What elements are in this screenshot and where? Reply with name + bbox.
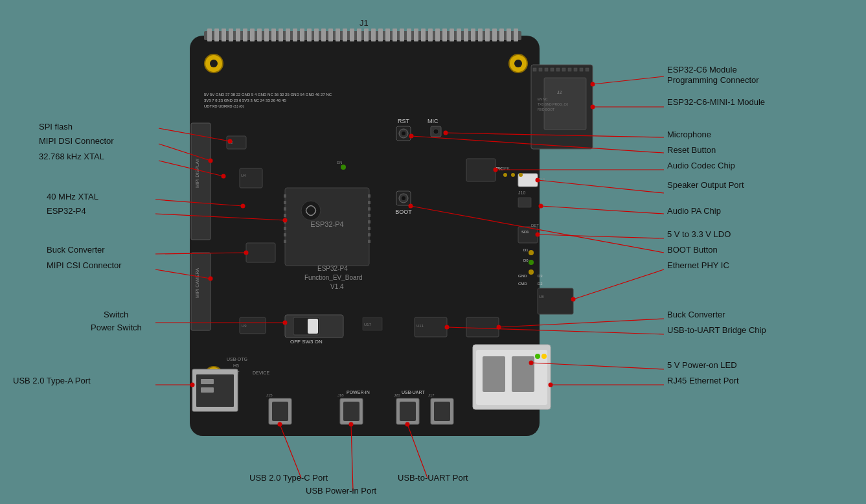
svg-line-221 bbox=[447, 327, 664, 334]
svg-rect-153 bbox=[340, 398, 363, 424]
svg-text:J17: J17 bbox=[428, 393, 435, 397]
svg-point-218 bbox=[571, 297, 576, 302]
svg-text:J1: J1 bbox=[359, 18, 369, 28]
svg-rect-134 bbox=[227, 136, 246, 149]
label-buck-conv-right: Buck Converter bbox=[667, 310, 725, 319]
svg-rect-39 bbox=[471, 29, 475, 41]
svg-point-57 bbox=[488, 372, 496, 380]
svg-rect-4 bbox=[222, 29, 226, 41]
svg-line-231 bbox=[407, 424, 427, 478]
svg-rect-17 bbox=[314, 29, 319, 41]
svg-line-199 bbox=[593, 76, 664, 84]
svg-text:D0: D0 bbox=[523, 258, 529, 262]
svg-rect-14 bbox=[293, 29, 297, 41]
svg-point-112 bbox=[529, 250, 534, 255]
svg-text:D1: D1 bbox=[523, 248, 529, 252]
svg-rect-34 bbox=[435, 29, 440, 41]
label-speaker-out-1: Speaker Output Port bbox=[667, 180, 744, 190]
svg-rect-67 bbox=[284, 220, 286, 223]
svg-rect-171 bbox=[415, 317, 447, 337]
svg-rect-147 bbox=[196, 374, 234, 407]
svg-rect-101 bbox=[568, 68, 571, 71]
svg-text:J18: J18 bbox=[337, 393, 344, 397]
svg-text:SD1: SD1 bbox=[521, 230, 529, 234]
svg-text:CMD: CMD bbox=[518, 282, 527, 286]
svg-text:RXD BOOT: RXD BOOT bbox=[538, 108, 554, 111]
svg-line-219 bbox=[499, 319, 664, 327]
svg-point-114 bbox=[529, 269, 534, 275]
svg-point-50 bbox=[205, 54, 223, 73]
svg-rect-157 bbox=[400, 402, 416, 421]
svg-rect-160 bbox=[434, 402, 450, 421]
svg-rect-60 bbox=[191, 253, 211, 330]
svg-rect-21 bbox=[343, 29, 347, 41]
svg-rect-166 bbox=[483, 356, 505, 392]
label-esp32-c6-prog-1: ESP32-C6 Module bbox=[667, 65, 737, 74]
svg-rect-69 bbox=[284, 233, 286, 236]
svg-rect-7 bbox=[243, 29, 247, 41]
svg-point-190 bbox=[283, 218, 288, 223]
svg-rect-131 bbox=[246, 243, 275, 262]
svg-text:MIPI CAMERA: MIPI CAMERA bbox=[195, 268, 199, 298]
svg-rect-73 bbox=[368, 207, 370, 211]
svg-text:J20: J20 bbox=[394, 393, 400, 397]
label-reset-button: Reset Button bbox=[667, 145, 716, 155]
svg-text:U9: U9 bbox=[242, 324, 247, 328]
svg-point-175 bbox=[341, 165, 346, 170]
svg-text:D2: D2 bbox=[538, 282, 543, 286]
svg-rect-41 bbox=[485, 29, 490, 41]
svg-rect-12 bbox=[279, 29, 283, 41]
svg-text:J10: J10 bbox=[518, 190, 525, 195]
svg-rect-9 bbox=[257, 29, 262, 41]
svg-rect-18 bbox=[321, 29, 326, 41]
svg-text:USB-OTG: USB-OTG bbox=[227, 357, 247, 361]
svg-rect-136 bbox=[240, 317, 266, 334]
svg-text:SFK: SFK bbox=[502, 166, 510, 170]
label-ldo: 5 V to 3.3 V LDO bbox=[667, 229, 731, 239]
svg-line-183 bbox=[159, 144, 211, 161]
svg-text:D3: D3 bbox=[538, 274, 543, 278]
svg-point-228 bbox=[278, 422, 282, 427]
svg-text:ESP32-P4: ESP32-P4 bbox=[317, 265, 348, 272]
svg-line-223 bbox=[531, 363, 664, 369]
svg-point-214 bbox=[536, 233, 540, 237]
svg-rect-58 bbox=[191, 123, 211, 240]
svg-rect-3 bbox=[214, 29, 219, 41]
svg-point-55 bbox=[210, 372, 218, 380]
svg-rect-19 bbox=[328, 29, 333, 41]
svg-rect-128 bbox=[518, 198, 531, 207]
svg-point-126 bbox=[519, 173, 523, 177]
svg-rect-63 bbox=[284, 194, 286, 198]
svg-text:MIC: MIC bbox=[427, 118, 439, 124]
svg-rect-146 bbox=[192, 369, 238, 411]
svg-rect-103 bbox=[580, 68, 583, 71]
svg-text:H5: H5 bbox=[233, 363, 239, 368]
svg-line-181 bbox=[159, 128, 230, 141]
svg-text:GND: GND bbox=[518, 274, 527, 278]
label-switch: Switch bbox=[104, 310, 128, 319]
svg-text:V1.4: V1.4 bbox=[330, 283, 344, 290]
svg-text:3V3  7  8  23  GND  20   6  5V: 3V3 7 8 23 GND 20 6 5V3 3 NC 24 33 26 46… bbox=[204, 98, 286, 102]
svg-rect-8 bbox=[250, 29, 255, 41]
svg-point-83 bbox=[402, 132, 405, 135]
svg-line-203 bbox=[446, 133, 664, 137]
svg-rect-22 bbox=[350, 29, 354, 41]
svg-text:POWER-IN: POWER-IN bbox=[347, 390, 370, 395]
svg-text:U11: U11 bbox=[416, 324, 424, 328]
svg-rect-154 bbox=[343, 402, 359, 421]
svg-text:ESP32-P4: ESP32-P4 bbox=[310, 220, 343, 228]
svg-point-87 bbox=[433, 129, 439, 134]
svg-rect-40 bbox=[478, 29, 483, 41]
svg-point-82 bbox=[399, 129, 408, 138]
svg-rect-15 bbox=[300, 29, 304, 41]
svg-line-217 bbox=[573, 269, 664, 299]
svg-point-169 bbox=[535, 354, 540, 359]
svg-rect-142 bbox=[285, 315, 343, 338]
label-esp32-c6-mini: ESP32-C6-MINI-1 Module bbox=[667, 97, 765, 107]
svg-rect-5 bbox=[229, 29, 233, 41]
svg-point-232 bbox=[405, 422, 410, 427]
svg-point-204 bbox=[444, 131, 448, 135]
label-power-led: 5 V Power-on LED bbox=[667, 360, 737, 370]
svg-rect-13 bbox=[286, 29, 290, 41]
svg-text:HOST: HOST bbox=[227, 371, 240, 375]
